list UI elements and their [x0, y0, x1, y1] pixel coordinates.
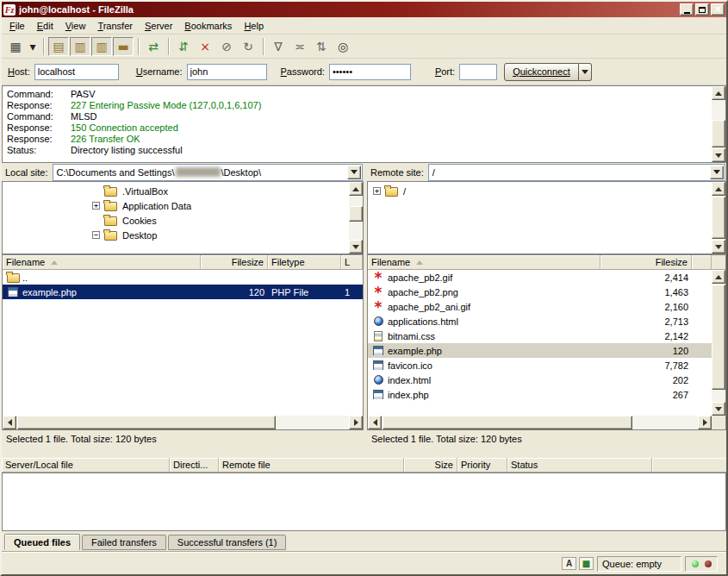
remote-horizontal-scrollbar[interactable] — [368, 416, 725, 429]
local-horizontal-scrollbar[interactable] — [3, 416, 363, 429]
scroll-down-button[interactable] — [712, 240, 725, 254]
tree-item-virtualbox[interactable]: .VirtualBox — [3, 184, 348, 198]
column-header-filesize[interactable]: Filesize — [201, 255, 268, 270]
file-row-apache-pb2-gif[interactable]: *apache_pb2.gif2,414 — [368, 270, 712, 285]
process-queue-button[interactable]: ⇵ — [173, 37, 194, 56]
column-header-priority[interactable]: Priority — [457, 458, 507, 473]
quickconnect-button[interactable]: Quickconnect — [504, 63, 579, 81]
remote-list-vertical-scrollbar[interactable] — [712, 270, 725, 416]
find-button[interactable]: ◎ — [333, 37, 353, 56]
expand-plus-icon[interactable]: + — [373, 187, 381, 195]
column-header-filetype[interactable]: Filetype — [268, 255, 341, 270]
disconnect-button[interactable]: ⊘ — [216, 37, 237, 56]
column-header-size[interactable]: Size — [404, 458, 457, 473]
scrollbar-thumb[interactable] — [712, 197, 725, 239]
toggle-message-log-button[interactable]: ▤ — [48, 37, 69, 56]
scroll-down-button[interactable] — [712, 402, 725, 416]
menu-item-bookmarks[interactable]: Bookmarks — [178, 18, 238, 34]
scrollbar-thumb[interactable] — [712, 120, 725, 147]
tree-item-[interactable]: +/ — [368, 184, 711, 198]
file-row-index-html[interactable]: index.html202 — [368, 373, 712, 387]
tab-queued-files[interactable]: Queued files — [4, 534, 80, 550]
title-bar[interactable]: Fz john@localhost - FileZilla × — [2, 2, 726, 17]
menu-item-help[interactable]: Help — [238, 18, 270, 34]
column-header-filename[interactable]: Filename — [3, 255, 201, 270]
scroll-right-button[interactable] — [698, 416, 712, 429]
scroll-down-button[interactable] — [712, 148, 725, 162]
file-row-favicon-ico[interactable]: favicon.ico7,782 — [368, 358, 712, 373]
compare-button[interactable]: ≍ — [289, 37, 310, 56]
menu-item-edit[interactable]: Edit — [31, 18, 59, 34]
transfer-queue-list[interactable] — [2, 473, 726, 531]
password-input[interactable] — [329, 64, 411, 80]
scroll-up-button[interactable] — [712, 86, 725, 100]
file-row-example-php[interactable]: example.php120 — [368, 343, 712, 358]
host-input[interactable] — [34, 64, 119, 80]
file-row-applications-html[interactable]: applications.html2,713 — [368, 314, 712, 329]
scroll-left-button[interactable] — [3, 416, 16, 429]
scroll-down-button[interactable] — [349, 240, 363, 254]
username-input[interactable] — [187, 64, 267, 80]
tab-successful-transfers-1[interactable]: Successful transfers (1) — [168, 535, 287, 550]
scroll-up-button[interactable] — [712, 270, 725, 284]
cancel-button[interactable]: × — [195, 37, 215, 56]
column-header-filesize[interactable]: Filesize — [600, 255, 692, 270]
remote-tree-vertical-scrollbar[interactable] — [712, 182, 725, 254]
file-row-[interactable]: .. — [3, 270, 363, 285]
menu-item-view[interactable]: View — [59, 18, 92, 34]
filename-text: favicon.ico — [388, 360, 432, 371]
tab-failed-transfers[interactable]: Failed transfers — [82, 535, 166, 550]
column-header-modified[interactable]: L — [341, 255, 363, 270]
column-header-status[interactable]: Status — [507, 458, 652, 473]
file-row-bitnami-css[interactable]: bitnami.css2,142 — [368, 329, 712, 343]
local-site-combobox[interactable]: C:\Documents and Settings\\Desktop\ — [53, 164, 363, 181]
menu-item-server[interactable]: Server — [139, 18, 178, 34]
file-row-apache-pb2-png[interactable]: *apache_pb2.png1,463 — [368, 285, 712, 299]
star-icon: * — [371, 301, 385, 313]
site-manager-dropdown-button[interactable]: ▾ — [27, 37, 39, 56]
scrollbar-thumb[interactable] — [712, 285, 725, 390]
remote-site-combobox[interactable]: / — [428, 164, 725, 181]
collapse-minus-icon[interactable]: − — [92, 231, 100, 239]
toggle-remote-tree-button[interactable]: ▥ — [91, 37, 112, 56]
filter-button[interactable]: ∇ — [268, 37, 289, 56]
menu-item-file[interactable]: File — [3, 18, 31, 34]
file-row-apache-pb2-ani-gif[interactable]: *apache_pb2_ani.gif2,160 — [368, 299, 712, 314]
menu-item-transfer[interactable]: Transfer — [91, 18, 139, 34]
scrollbar-thumb[interactable] — [383, 416, 632, 429]
reconnect-button[interactable]: ↻ — [238, 37, 258, 56]
tree-item-desktop[interactable]: −Desktop — [3, 228, 348, 242]
log-vertical-scrollbar[interactable] — [712, 86, 725, 162]
scroll-right-button[interactable] — [349, 416, 363, 429]
sync-browsing-button[interactable]: ⇅ — [311, 37, 332, 56]
column-header-server-local-file[interactable]: Server/Local file — [2, 458, 170, 473]
local-site-dropdown[interactable] — [347, 166, 361, 179]
scrollbar-thumb[interactable] — [17, 416, 276, 429]
file-row-index-php[interactable]: index.php267 — [368, 387, 712, 402]
keypad-icon[interactable]: ▦ — [579, 557, 594, 570]
data-type-icon[interactable]: A — [562, 557, 576, 570]
local-tree-vertical-scrollbar[interactable] — [349, 182, 363, 254]
tree-item-application-data[interactable]: +Application Data — [3, 198, 348, 213]
quickconnect-dropdown-button[interactable] — [579, 63, 592, 81]
minimize-button[interactable] — [680, 3, 694, 16]
site-manager-button[interactable]: ▦ — [5, 37, 26, 56]
refresh-button[interactable]: ⇄ — [143, 37, 164, 56]
port-input[interactable] — [459, 64, 497, 80]
maximize-button[interactable] — [695, 3, 709, 16]
expand-plus-icon[interactable]: + — [92, 202, 100, 210]
tree-item-cookies[interactable]: Cookies — [3, 213, 348, 228]
scroll-up-button[interactable] — [349, 182, 363, 196]
column-header-filename[interactable]: Filename — [368, 255, 600, 270]
scroll-up-button[interactable] — [712, 182, 725, 196]
activity-indicator-panel — [685, 556, 718, 572]
toggle-queue-button[interactable]: ▬ — [113, 37, 134, 56]
scroll-left-button[interactable] — [368, 416, 382, 429]
column-header-direction[interactable]: Directi... — [170, 458, 219, 473]
scrollbar-thumb[interactable] — [349, 206, 363, 222]
file-row-example-php[interactable]: example.php120PHP File1 — [3, 285, 363, 299]
column-header-remote-file[interactable]: Remote file — [219, 458, 404, 473]
close-button[interactable]: × — [711, 3, 725, 16]
toggle-local-tree-button[interactable]: ▥ — [70, 37, 90, 56]
remote-site-dropdown[interactable] — [710, 166, 724, 179]
